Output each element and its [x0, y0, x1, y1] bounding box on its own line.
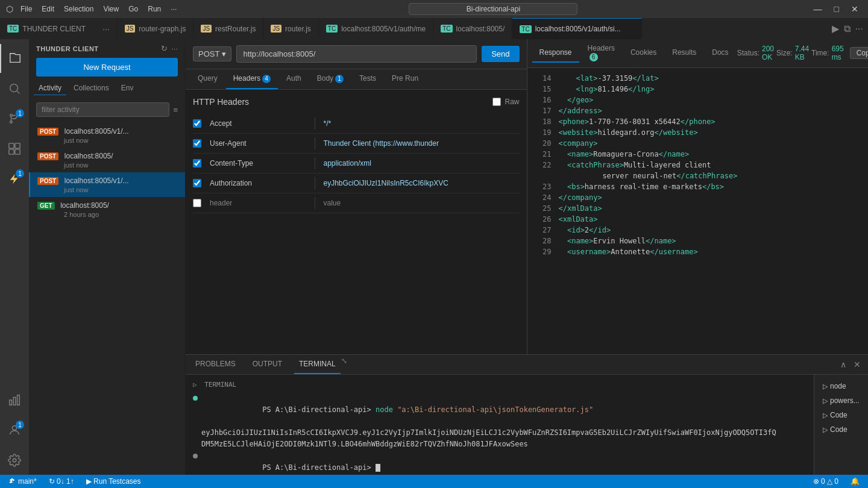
- chart-icon[interactable]: [0, 386, 29, 414]
- header-enable-empty[interactable]: [193, 199, 201, 207]
- activity-item-4[interactable]: GET localhost:8005/ 2 hours ago: [29, 197, 185, 222]
- branch-name: main*: [18, 477, 37, 486]
- tab-router-graph[interactable]: JS router-graph.js: [118, 18, 194, 39]
- tab-activity[interactable]: Activity: [34, 81, 66, 95]
- header-enable-content-type[interactable]: [193, 159, 201, 167]
- refresh-icon[interactable]: ↻: [161, 44, 168, 53]
- run-icon[interactable]: ▶: [832, 23, 839, 34]
- resp-tab-results[interactable]: Results: [665, 43, 703, 63]
- tab-prerun[interactable]: Pre Run: [385, 69, 426, 89]
- terminal-body[interactable]: ▷ TERMINAL PS A:\Bi-directional-api> nod…: [186, 375, 814, 475]
- extensions-icon[interactable]: [0, 134, 29, 163]
- minimize-btn[interactable]: —: [810, 4, 826, 14]
- code-line-16: 16 </geo>: [527, 95, 869, 105]
- terminal-panel-code1[interactable]: ▷ Code: [817, 408, 866, 422]
- terminal-close-btn[interactable]: ✕: [851, 358, 863, 371]
- tab-auth[interactable]: Auth: [279, 69, 309, 89]
- url-input[interactable]: [236, 45, 477, 63]
- tab-router[interactable]: JS router.js: [263, 18, 318, 39]
- response-meta: Status: 200 OK Size: 7.44 KB Time: 695 m…: [737, 45, 844, 61]
- terminal-chevron-up-btn[interactable]: ∧: [838, 358, 849, 371]
- menu-file[interactable]: File: [20, 5, 32, 13]
- terminal-expand-icon: ▷: [193, 381, 197, 389]
- sidebar-actions: ↻ ···: [161, 44, 178, 53]
- menu-view[interactable]: View: [103, 5, 119, 13]
- menu-edit[interactable]: Edit: [42, 5, 54, 13]
- activity-item-2[interactable]: POST localhost:8005/ just now: [29, 148, 185, 172]
- menu-more[interactable]: ···: [171, 5, 177, 13]
- code-line-29: 29 <username>Antonette</username>: [527, 246, 869, 257]
- header-row-user-agent: User-Agent Thunder Client (https://www.t…: [193, 134, 520, 154]
- statusbar-run-testcases[interactable]: ▶ Run Testcases: [84, 477, 143, 486]
- code-line-19: 19 <website>hildegard.org</website>: [527, 127, 869, 138]
- resp-tab-cookies[interactable]: Cookies: [623, 43, 664, 63]
- activity-item-3[interactable]: POST localhost:8005/v1/... just now: [29, 172, 185, 197]
- source-control-icon[interactable]: 1: [0, 104, 29, 133]
- tab-collections[interactable]: Collections: [69, 81, 114, 95]
- statusbar-sync[interactable]: ↻ 0↓ 1↑: [46, 477, 77, 486]
- resp-tab-headers[interactable]: Headers6: [580, 39, 622, 67]
- menu-run[interactable]: Run: [148, 5, 161, 13]
- thunder-client-icon[interactable]: 1: [0, 164, 29, 193]
- account-icon[interactable]: 1: [0, 416, 29, 445]
- tab-env[interactable]: Env: [116, 81, 139, 95]
- statusbar-branch[interactable]: main*: [6, 477, 39, 486]
- activity-item-1[interactable]: POST localhost:8005/v1/... just now: [29, 123, 185, 148]
- more-tabs-icon[interactable]: ···: [855, 23, 863, 34]
- sidebar-more-icon[interactable]: ···: [171, 44, 178, 53]
- header-enable-user-agent[interactable]: [193, 139, 201, 148]
- terminal-panel-powershell[interactable]: ▷ powers...: [817, 394, 866, 407]
- method-select[interactable]: POST ▾: [193, 46, 231, 61]
- tab-localhost-8005[interactable]: TC localhost:8005/: [433, 18, 512, 39]
- menu-selection[interactable]: Selection: [64, 5, 93, 13]
- terminal-panel-code2[interactable]: ▷ Code: [817, 423, 866, 436]
- tab-localhost-auth-si[interactable]: TC localhost:8005/v1/auth/si... ✕: [512, 18, 641, 39]
- filter-input[interactable]: [36, 102, 169, 117]
- tab-options-icon[interactable]: ···: [102, 24, 110, 34]
- tab-localhost-auth-me[interactable]: TC localhost:8005/v1/auth/me: [319, 18, 433, 39]
- tab-terminal[interactable]: TERMINAL: [294, 355, 341, 374]
- search-box[interactable]: Bi-directional-api: [409, 3, 577, 15]
- tab-tests[interactable]: Tests: [352, 69, 383, 89]
- terminal-cmd2-text: PS A:\Bi-directional-api>: [201, 451, 380, 475]
- tab-body[interactable]: Body1: [310, 69, 351, 89]
- header-enable-accept[interactable]: [193, 119, 201, 128]
- editor-area: POST ▾ Send Query Headers4 Auth Body1: [186, 39, 868, 475]
- statusbar-notifications[interactable]: 🔔: [848, 477, 862, 486]
- menu-go[interactable]: Go: [128, 5, 138, 13]
- resp-tab-docs[interactable]: Docs: [705, 43, 735, 63]
- terminal-icon: ▷: [823, 426, 828, 434]
- tab-problems[interactable]: PROBLEMS: [190, 355, 241, 374]
- header-row-content-type: Content-Type application/xml: [193, 154, 520, 174]
- maximize-btn[interactable]: □: [831, 4, 843, 14]
- new-request-button[interactable]: New Request: [36, 58, 178, 77]
- statusbar-errors[interactable]: ⊗ 0 △ 0: [811, 477, 841, 486]
- terminal-panel-node[interactable]: ▷ node: [817, 380, 866, 393]
- tab-headers[interactable]: Headers4: [226, 69, 278, 89]
- tab-rest-router[interactable]: JS restRouter.js: [193, 18, 263, 39]
- tab-output[interactable]: OUTPUT: [248, 355, 287, 374]
- settings-icon[interactable]: [0, 446, 29, 475]
- item-time: 2 hours ago: [37, 211, 178, 218]
- editor-top: POST ▾ Send Query Headers4 Auth Body1: [186, 39, 868, 354]
- svg-point-3: [10, 121, 13, 124]
- tab-query[interactable]: Query: [190, 69, 225, 89]
- raw-toggle[interactable]: Raw: [492, 98, 519, 106]
- explorer-icon[interactable]: [0, 44, 29, 73]
- close-btn[interactable]: ✕: [848, 4, 862, 14]
- header-enable-authorization[interactable]: [193, 179, 201, 187]
- terminal-body-area: ▷ TERMINAL PS A:\Bi-directional-api> nod…: [186, 375, 868, 475]
- svg-rect-11: [17, 395, 20, 405]
- filter-menu-icon[interactable]: ≡: [173, 105, 178, 114]
- tab-thunder-client[interactable]: TC THUNDER CLIENT ↻ ···: [0, 18, 118, 39]
- search-icon[interactable]: [0, 74, 29, 103]
- headers-badge: 4: [262, 75, 271, 83]
- resp-tab-response[interactable]: Response: [532, 43, 579, 63]
- terminal-output-text: eyJhbGciOiJIUzI1NiIsInR5cCI6IkpXVCJ9.eyJ…: [201, 427, 776, 450]
- copy-button[interactable]: Copy: [850, 47, 868, 59]
- item-url: localhost:8005/v1/...: [64, 127, 129, 136]
- code-line-21: 21 <name>Romaguera-Crona</name>: [527, 149, 869, 160]
- send-button[interactable]: Send: [482, 46, 519, 62]
- raw-checkbox[interactable]: [492, 98, 501, 106]
- split-editor-icon[interactable]: ⧉: [844, 23, 851, 34]
